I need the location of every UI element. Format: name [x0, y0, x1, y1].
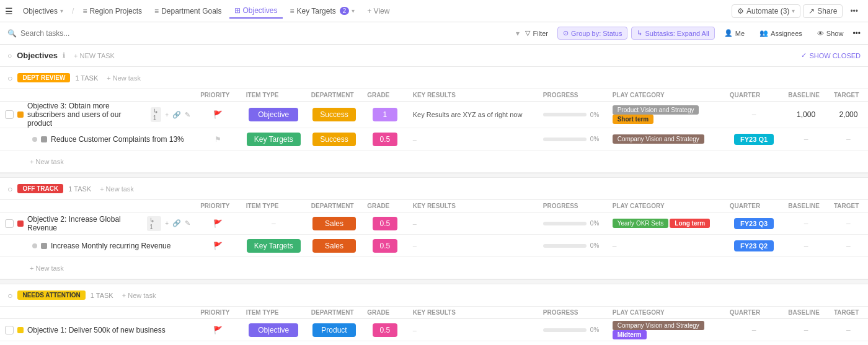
assignees-icon: 👥: [760, 29, 768, 37]
task-name[interactable]: Reduce Customer Complaints from 13%: [51, 135, 184, 144]
more-icon: •••: [852, 29, 861, 38]
term-tag: Long term: [670, 219, 710, 228]
me-btn[interactable]: 👤 Me: [719, 27, 750, 40]
link-icon[interactable]: 🔗: [172, 219, 181, 227]
grade-pill: 0.5: [373, 217, 398, 230]
edit-icon[interactable]: ✎: [185, 219, 190, 227]
col-header-target: TARGET: [829, 307, 868, 319]
task-checkbox[interactable]: [5, 326, 14, 334]
search-input[interactable]: [20, 29, 513, 38]
task-name[interactable]: Objective 2: Increase Global Revenue: [27, 215, 143, 232]
tab-region-projects[interactable]: ≡ Region Projects: [78, 4, 147, 18]
show-btn[interactable]: 👁 Show: [812, 27, 849, 40]
empty-quarter: –: [752, 110, 756, 119]
task-quarter: FY23 Q1: [725, 128, 784, 151]
share-btn[interactable]: ↗ Share: [803, 4, 843, 18]
progress-pct: 0%: [590, 326, 599, 333]
add-view-btn[interactable]: + View: [362, 4, 394, 18]
col-header-priority: PRIORITY: [195, 200, 241, 212]
task-grade: 0.5: [362, 235, 408, 257]
task-name-cell: Objective 2: Increase Global Revenue ↳ 1…: [0, 212, 195, 235]
task-department: Success: [306, 102, 362, 128]
group-new-task-btn[interactable]: + New task: [96, 184, 138, 194]
assignees-btn[interactable]: 👥 Assignees: [754, 27, 808, 40]
page-title: Objectives: [17, 51, 58, 60]
table-row: Increase Monthly recurring Revenue 🚩Key …: [0, 235, 868, 257]
collapse-group-icon[interactable]: ○: [7, 290, 12, 300]
task-target: –: [829, 235, 868, 257]
task-name[interactable]: Objective 3: Obtain more subscribers and…: [27, 102, 147, 128]
top-nav: ☰ Objectives ▾ / ≡ Region Projects ≡ Dep…: [0, 0, 868, 22]
col-header-baseline: BASELINE: [783, 307, 829, 319]
show-closed-btn[interactable]: ✓ SHOW CLOSED: [801, 51, 861, 59]
add-subtask-btn[interactable]: +: [165, 220, 169, 227]
new-task-row: + New task: [0, 341, 868, 346]
automate-btn[interactable]: ⚙ Automate (3) ▾: [732, 4, 800, 18]
collapse-group-icon[interactable]: ○: [7, 184, 12, 194]
group-table-needs-attention: PRIORITY ITEM TYPE DEPARTMENT GRADE KEY …: [0, 307, 868, 345]
search-bar: 🔍 ▾ ▽ Filter ⊙ Group by: Status ↳ Subtas…: [0, 22, 868, 45]
add-subtask-btn[interactable]: +: [165, 111, 169, 118]
task-name[interactable]: Objective 1: Deliver 500k of new busines…: [27, 326, 166, 334]
subtask-count: ↳ 1: [151, 107, 162, 122]
col-header-name: [0, 307, 195, 319]
col-header-play-category: PLAY CATEGORY: [608, 307, 725, 319]
progress-track: [543, 113, 587, 116]
tab-department-goals[interactable]: ≡ Department Goals: [149, 4, 226, 18]
new-task-inline-btn[interactable]: + New task: [27, 263, 66, 273]
progress-track: [543, 244, 587, 248]
progress-pct: 0%: [590, 111, 599, 118]
share-icon: ↗: [808, 7, 815, 15]
more-filters-btn[interactable]: •••: [852, 29, 861, 38]
flag-icon: 🚩: [213, 110, 223, 119]
progress-pct: 0%: [590, 220, 599, 227]
grade-pill: 0.5: [373, 133, 398, 146]
group-by-btn[interactable]: ⊙ Group by: Status: [557, 27, 628, 40]
task-checkbox[interactable]: [5, 110, 14, 119]
filter-btn[interactable]: ▽ Filter: [520, 27, 553, 40]
group-new-task-btn[interactable]: + New task: [103, 73, 144, 83]
task-progress: 0%: [538, 319, 608, 341]
new-task-btn[interactable]: + NEW TASK: [70, 51, 118, 61]
task-quarter: –: [725, 319, 784, 341]
collapse-group-icon[interactable]: ○: [7, 73, 12, 83]
task-target: –: [829, 319, 868, 341]
group-new-task-btn[interactable]: + New task: [118, 290, 160, 300]
col-header-play-category: PLAY CATEGORY: [608, 89, 725, 102]
new-task-inline-btn[interactable]: + New task: [27, 157, 66, 167]
app-title[interactable]: Objectives ▾: [18, 4, 68, 18]
hamburger-icon[interactable]: ☰: [5, 6, 13, 16]
page-info-icon[interactable]: ℹ: [63, 51, 65, 59]
eye-icon: 👁: [817, 30, 824, 37]
play-category-tag: Yearly OKR Sets: [613, 219, 669, 228]
ellipsis-icon: •••: [850, 7, 858, 15]
grade-pill: 0.5: [373, 239, 398, 253]
progress-track: [543, 328, 587, 332]
flag-icon: 🚩: [213, 326, 223, 334]
group-header-off-track: ○ OFF TRACK 1 TASK + New task: [0, 178, 868, 200]
tab-key-targets[interactable]: ≡ Key Targets 2 ▾: [285, 4, 360, 18]
subtask-count: ↳ 1: [147, 216, 161, 231]
collapse-page-icon[interactable]: ○: [7, 51, 12, 60]
link-icon[interactable]: 🔗: [172, 111, 181, 119]
task-status-square: [17, 221, 24, 227]
subtasks-btn[interactable]: ↳ Subtasks: Expand All: [631, 27, 714, 40]
col-header-baseline: BASELINE: [783, 89, 829, 102]
task-name-cell: Objective 1: Deliver 500k of new busines…: [0, 319, 195, 341]
edit-icon[interactable]: ✎: [185, 111, 190, 119]
tab-objectives[interactable]: ⊞ Objectives: [229, 4, 283, 19]
chevron-down-icon: ▾: [60, 7, 63, 14]
more-options-btn[interactable]: •••: [845, 4, 863, 18]
task-key-results: Key Results are XYZ as of right now: [408, 102, 538, 128]
col-header-progress: PROGRESS: [538, 200, 608, 212]
task-checkbox[interactable]: [5, 219, 14, 228]
item-type-pill: Key Targets: [247, 239, 301, 253]
new-task-row: + New task: [0, 151, 868, 173]
task-name[interactable]: Increase Monthly recurring Revenue: [51, 242, 170, 250]
task-quarter: –: [725, 102, 784, 128]
task-grade: 0.5: [362, 128, 408, 151]
chevron-down-icon[interactable]: ▾: [352, 7, 355, 14]
table-row: Objective 3: Obtain more subscribers and…: [0, 102, 868, 128]
play-category-tag: Product Vision and Strategy: [613, 105, 699, 115]
col-header-key-results: KEY RESULTS: [408, 200, 538, 212]
